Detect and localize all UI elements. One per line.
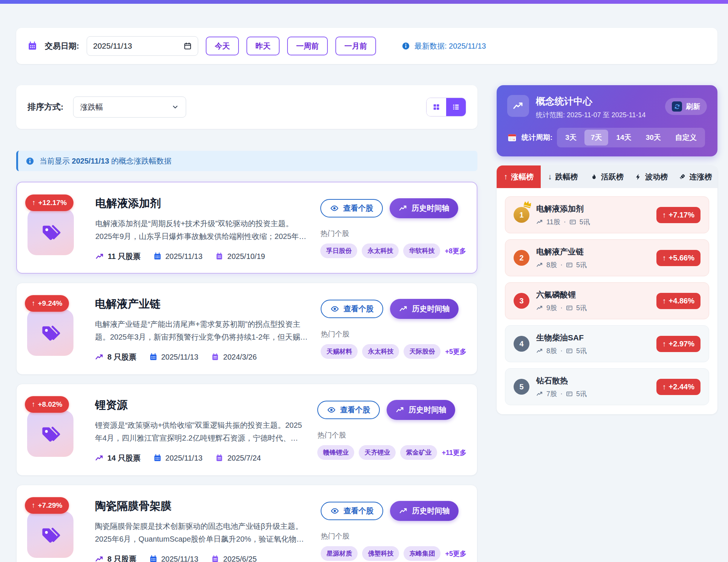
sort-select[interactable]: 涨跌幅 bbox=[73, 96, 186, 118]
period-custom[interactable]: 自定义 bbox=[669, 130, 703, 145]
concept-thumb-area: ↑+7.29% bbox=[27, 497, 84, 562]
period-3d[interactable]: 3天 bbox=[559, 130, 583, 145]
quick-date-yesterday-button[interactable]: 昨天 bbox=[246, 37, 280, 55]
calendar-note-icon bbox=[211, 353, 219, 361]
arrow-up-icon: ↑ bbox=[662, 383, 666, 391]
updated-date: 2025/11/13 bbox=[161, 353, 199, 361]
stock-chip[interactable]: 华软科技 bbox=[403, 243, 440, 258]
stock-chart-icon bbox=[95, 454, 104, 462]
grid-view-button[interactable] bbox=[427, 98, 446, 116]
list-icon bbox=[452, 103, 460, 111]
rank-concept-name: 钻石散热 bbox=[536, 375, 650, 386]
arrow-up-icon: ↑ bbox=[504, 172, 508, 181]
news-icon bbox=[566, 262, 573, 268]
period-30d[interactable]: 30天 bbox=[639, 130, 667, 145]
stock-chip[interactable]: 天赐材料 bbox=[321, 344, 358, 359]
history-timeline-button[interactable]: 历史时间轴 bbox=[387, 400, 455, 420]
quick-date-week-ago-button[interactable]: 一周前 bbox=[287, 37, 328, 55]
calendar-icon bbox=[153, 454, 162, 462]
stock-chip[interactable]: 紫金矿业 bbox=[400, 445, 437, 460]
rank-item[interactable]: 5 钻石散热 7股 · 5讯 ↑+2.44% bbox=[505, 368, 709, 405]
trade-date-value[interactable] bbox=[93, 41, 165, 51]
view-stocks-button[interactable]: 查看个股 bbox=[321, 300, 383, 318]
calendar-icon bbox=[153, 252, 162, 260]
quick-date-month-ago-button[interactable]: 一月前 bbox=[335, 37, 376, 55]
more-stocks-link[interactable]: +5更多 bbox=[445, 347, 466, 356]
latest-data-text: 最新数据: 2025/11/13 bbox=[414, 41, 486, 51]
stock-chart-icon bbox=[95, 555, 104, 562]
refresh-button[interactable]: 刷新 bbox=[665, 98, 707, 115]
eye-icon bbox=[327, 406, 336, 414]
view-toggle bbox=[426, 98, 466, 116]
tab-streak[interactable]: 连涨榜 bbox=[673, 165, 717, 188]
list-view-button[interactable] bbox=[446, 98, 466, 116]
latest-data-info: 最新数据: 2025/11/13 bbox=[402, 41, 486, 51]
more-stocks-link[interactable]: +5更多 bbox=[445, 549, 466, 558]
concept-actions: 查看个股 历史时间轴 热门个股 星源材质 佛塑科技 东峰集团 +5更多 bbox=[321, 497, 466, 562]
current-display-banner: 当前显示 2025/11/13 的概念涨跌幅数据 bbox=[16, 151, 477, 171]
more-stocks-link[interactable]: +8更多 bbox=[445, 247, 466, 256]
rank-item[interactable]: 3 六氟磷酸锂 9股 · 5讯 ↑+4.86% bbox=[505, 282, 709, 319]
hot-stocks-label: 热门个股 bbox=[317, 430, 466, 440]
stats-period-row: 统计周期: 3天 7天 14天 30天 自定义 bbox=[507, 128, 707, 147]
updated-date: 2025/11/13 bbox=[165, 252, 203, 261]
trade-date-input[interactable] bbox=[87, 36, 198, 56]
arrow-up-icon: ↑ bbox=[662, 297, 666, 305]
stock-chip[interactable]: 天际股份 bbox=[404, 344, 440, 359]
stock-chip[interactable]: 天齐锂业 bbox=[359, 445, 396, 460]
eye-icon bbox=[330, 507, 339, 515]
history-timeline-button[interactable]: 历史时间轴 bbox=[390, 299, 459, 319]
concept-card: ↑+7.29% 陶瓷隔膜骨架膜 陶瓷隔膜骨架膜是技术创新驱动的固态电池产业链β升… bbox=[16, 485, 477, 562]
rank-change-badge: ↑+2.44% bbox=[656, 379, 700, 395]
stock-chip[interactable]: 东峰集团 bbox=[404, 546, 440, 561]
news-icon bbox=[566, 305, 573, 311]
concept-meta: 8 只股票 2025/11/13 2024/3/26 bbox=[95, 352, 309, 362]
rank-number-badge: 4 bbox=[514, 336, 529, 352]
stock-chip[interactable]: 赣锋锂业 bbox=[317, 445, 354, 460]
rank-stats: 9股 · 5讯 bbox=[536, 303, 650, 312]
rank-change-badge: ↑+4.86% bbox=[656, 293, 700, 309]
tab-volatility[interactable]: 波动榜 bbox=[629, 165, 673, 188]
view-stocks-button[interactable]: 查看个股 bbox=[320, 199, 383, 217]
view-stocks-button[interactable]: 查看个股 bbox=[317, 401, 380, 419]
stock-chip[interactable]: 星源材质 bbox=[321, 546, 358, 561]
rank-info: 电解液产业链 8股 · 5讯 bbox=[536, 247, 650, 270]
rank-item[interactable]: 1 电解液添加剂 11股 · 5讯 ↑+7.17% bbox=[505, 196, 709, 233]
calendar-icon bbox=[149, 353, 158, 361]
view-stocks-button[interactable]: 查看个股 bbox=[321, 502, 383, 520]
created-date: 2025/6/25 bbox=[223, 555, 257, 562]
history-timeline-button[interactable]: 历史时间轴 bbox=[390, 198, 458, 218]
datepicker-icon[interactable] bbox=[184, 42, 192, 50]
arrow-up-icon: ↑ bbox=[32, 501, 35, 510]
concept-thumb-area: ↑+8.02% bbox=[27, 396, 84, 464]
tab-losers[interactable]: ↓跌幅榜 bbox=[541, 165, 585, 188]
chart-icon bbox=[399, 305, 408, 313]
period-14d[interactable]: 14天 bbox=[610, 130, 638, 145]
concept-card: ↑+8.02% 锂资源 锂资源是“政策驱动+供给收缩”双重逻辑共振的投资主题。2… bbox=[16, 384, 477, 476]
stock-chart-icon bbox=[95, 353, 104, 361]
stock-chip[interactable]: 佛塑科技 bbox=[362, 546, 399, 561]
news-icon bbox=[566, 348, 573, 354]
stock-chip[interactable]: 永太科技 bbox=[362, 344, 399, 359]
rank-item[interactable]: 2 电解液产业链 8股 · 5讯 ↑+5.66% bbox=[505, 239, 709, 276]
quick-date-today-button[interactable]: 今天 bbox=[206, 37, 239, 55]
period-7d[interactable]: 7天 bbox=[584, 130, 609, 145]
concept-actions: 查看个股 历史时间轴 热门个股 赣锋锂业 天齐锂业 紫金矿业 +11更多 bbox=[317, 396, 466, 464]
rank-item[interactable]: 4 生物柴油SAF 8股 · 5讯 ↑+2.97% bbox=[505, 325, 709, 362]
stock-chip[interactable]: 永太科技 bbox=[362, 243, 399, 258]
more-stocks-link[interactable]: +11更多 bbox=[442, 448, 466, 457]
sort-label: 排序方式: bbox=[28, 101, 63, 113]
concept-description: 电解液产业链是“产能出清尾声+需求复苏初期”的拐点型投资主题。2025年3月，新… bbox=[95, 318, 309, 344]
tab-active[interactable]: 活跃榜 bbox=[585, 165, 629, 188]
stock-chip[interactable]: 孚日股份 bbox=[320, 243, 357, 258]
info-icon bbox=[402, 42, 410, 50]
rank-info: 电解液添加剂 11股 · 5讯 bbox=[536, 204, 650, 227]
history-timeline-button[interactable]: 历史时间轴 bbox=[390, 501, 459, 521]
hot-stocks-label: 热门个股 bbox=[321, 329, 466, 339]
created-date: 2025/10/19 bbox=[227, 252, 265, 261]
rank-info: 六氟磷酸锂 9股 · 5讯 bbox=[536, 289, 650, 312]
tab-gainers[interactable]: ↑涨幅榜 bbox=[497, 165, 541, 188]
concept-description: 陶瓷隔膜骨架膜是技术创新驱动的固态电池产业链β升级主题。2025年6月，Quan… bbox=[95, 520, 309, 546]
rank-concept-name: 六氟磷酸锂 bbox=[536, 289, 650, 300]
info-icon bbox=[26, 157, 34, 165]
